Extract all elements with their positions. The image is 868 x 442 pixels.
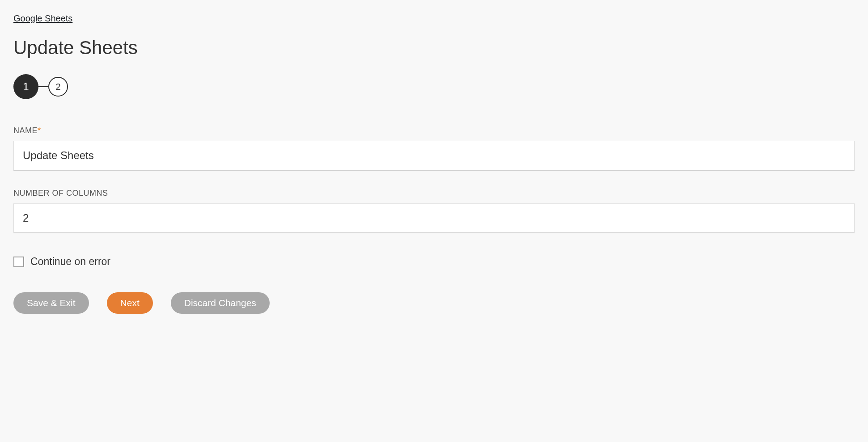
stepper: 1 2: [13, 74, 855, 99]
form-group-columns: NUMBER OF COLUMNS: [13, 189, 855, 233]
step-2[interactable]: 2: [48, 77, 68, 97]
columns-input[interactable]: [13, 203, 855, 233]
required-asterisk-icon: *: [38, 126, 41, 135]
button-row: Save & Exit Next Discard Changes: [13, 292, 855, 314]
name-label: NAME*: [13, 126, 855, 135]
breadcrumb-link[interactable]: Google Sheets: [13, 13, 72, 23]
name-input[interactable]: [13, 141, 855, 171]
continue-on-error-label[interactable]: Continue on error: [30, 256, 110, 268]
discard-changes-button[interactable]: Discard Changes: [171, 292, 270, 314]
continue-on-error-checkbox[interactable]: [13, 257, 24, 267]
name-label-text: NAME: [13, 126, 38, 135]
save-exit-button[interactable]: Save & Exit: [13, 292, 89, 314]
step-1[interactable]: 1: [13, 74, 38, 99]
page-title: Update Sheets: [13, 37, 855, 59]
next-button[interactable]: Next: [107, 292, 153, 314]
form-group-name: NAME*: [13, 126, 855, 171]
columns-label: NUMBER OF COLUMNS: [13, 189, 855, 198]
checkbox-group-continue: Continue on error: [13, 256, 855, 268]
step-connector: [38, 86, 48, 87]
